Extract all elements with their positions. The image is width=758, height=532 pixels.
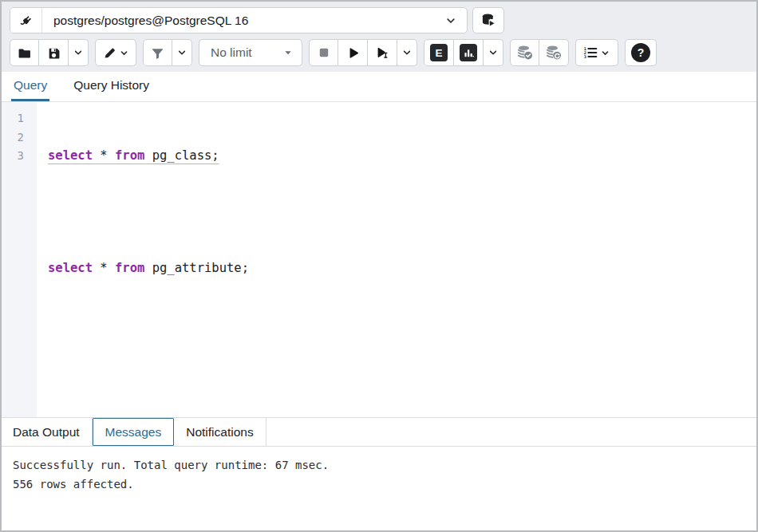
macros-button[interactable]: 1 2 3 — [575, 39, 618, 66]
execute-button[interactable] — [338, 39, 368, 66]
connection-group: postgres/postgres@PostgreSQL 16 — [10, 7, 468, 33]
line-number: 1 — [2, 109, 24, 128]
code-line-1: select * from pg_class; — [48, 147, 756, 166]
editor-tabbar: Query Query History — [2, 72, 756, 102]
chevron-down-icon — [401, 47, 413, 58]
tab-messages[interactable]: Messages — [93, 418, 175, 446]
topbar: postgres/postgres@PostgreSQL 16 — [2, 2, 756, 72]
tab-notifications[interactable]: Notifications — [174, 418, 266, 446]
transaction-button-group — [510, 39, 569, 66]
chevron-down-icon — [444, 14, 457, 27]
chevron-down-icon — [600, 48, 610, 58]
line-number: 2 — [2, 128, 24, 148]
save-options-button[interactable] — [69, 39, 89, 66]
chevron-down-icon — [488, 47, 499, 58]
svg-text:3: 3 — [584, 54, 586, 59]
help-button-group: ? — [625, 39, 657, 66]
explain-options-button[interactable] — [484, 39, 503, 66]
chevron-down-icon — [119, 48, 129, 58]
open-file-button[interactable] — [10, 39, 39, 66]
tab-query-history[interactable]: Query History — [71, 71, 152, 101]
stop-button[interactable] — [309, 39, 338, 66]
line-number-gutter: 1 2 3 — [2, 102, 37, 417]
line-number: 3 — [2, 147, 24, 166]
database-commit-icon — [517, 45, 533, 61]
connection-dropdown[interactable]: postgres/postgres@PostgreSQL 16 — [42, 8, 467, 33]
play-cursor-icon — [375, 45, 389, 60]
explain-button[interactable]: E — [424, 39, 454, 66]
message-line: 556 rows affected. — [13, 475, 745, 494]
toolbar: No limit — [2, 36, 756, 72]
play-icon — [346, 46, 360, 60]
rollback-button[interactable] — [539, 39, 569, 66]
commit-button[interactable] — [510, 39, 539, 66]
connection-dropdown-value: postgres/postgres@PostgreSQL 16 — [53, 14, 444, 28]
save-button[interactable] — [39, 39, 69, 66]
edit-menu-button[interactable] — [95, 39, 136, 66]
database-arrow-icon — [481, 13, 496, 28]
stop-icon — [318, 46, 330, 59]
chevron-down-icon — [176, 47, 188, 58]
code-line-2 — [48, 203, 756, 223]
explain-analyze-button[interactable] — [454, 39, 484, 66]
save-icon — [47, 46, 61, 60]
database-rollback-icon — [546, 45, 562, 61]
caret-down-icon — [282, 47, 294, 58]
filter-button-group — [143, 39, 192, 66]
execute-button-group — [309, 39, 417, 66]
tab-data-output[interactable]: Data Output — [2, 418, 93, 446]
explain-e-icon: E — [430, 44, 448, 61]
sql-editor[interactable]: 1 2 3 select * from pg_class; select * f… — [2, 102, 756, 417]
code-area[interactable]: select * from pg_class; select * from pg… — [37, 102, 756, 417]
execute-current-query-button[interactable] — [368, 39, 397, 66]
filter-options-button[interactable] — [172, 39, 192, 66]
row-limit-value: No limit — [211, 45, 282, 60]
connection-row: postgres/postgres@PostgreSQL 16 — [2, 2, 756, 36]
connection-status-button[interactable] — [10, 8, 42, 33]
query-tool-window: postgres/postgres@PostgreSQL 16 — [0, 0, 758, 532]
plug-icon — [19, 14, 34, 28]
help-button[interactable]: ? — [625, 39, 657, 66]
message-line: Successfully run. Total query runtime: 6… — [13, 455, 745, 475]
file-button-group — [10, 39, 89, 66]
numbered-list-icon: 1 2 3 — [583, 45, 598, 60]
new-connection-button[interactable] — [472, 7, 504, 33]
row-limit-select[interactable]: No limit — [199, 39, 302, 66]
output-tabbar: Data Output Messages Notifications — [2, 418, 756, 447]
messages-panel: Successfully run. Total query runtime: 6… — [2, 447, 756, 530]
explain-analyze-chart-icon — [460, 44, 477, 61]
explain-button-group: E — [424, 39, 503, 66]
folder-icon — [18, 46, 31, 60]
macro-button-group: 1 2 3 — [575, 39, 618, 66]
code-line-3: select * from pg_attribute; — [48, 259, 756, 278]
pencil-icon — [103, 46, 116, 60]
tab-query[interactable]: Query — [11, 71, 49, 101]
execute-options-button[interactable] — [397, 39, 417, 66]
output-panel: Data Output Messages Notifications Succe… — [2, 417, 756, 530]
filter-funnel-icon — [151, 46, 164, 60]
filter-button[interactable] — [143, 39, 172, 66]
edit-button-group — [95, 39, 136, 66]
chevron-down-icon — [73, 47, 84, 58]
help-question-icon: ? — [631, 43, 650, 62]
